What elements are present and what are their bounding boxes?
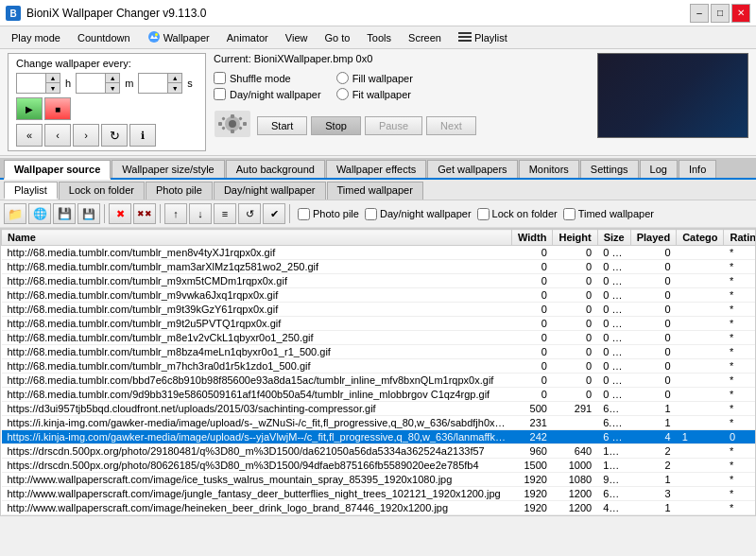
next-action-button[interactable]: Next <box>426 116 476 135</box>
seconds-input[interactable]: 2 <box>139 74 167 93</box>
move-down-button[interactable] <box>189 203 212 224</box>
table-row[interactable]: https://d3ui957tjb5bqd.cloudfront.net/up… <box>2 402 757 416</box>
tab-wallpaper-source[interactable]: Wallpaper source <box>4 160 111 180</box>
minutes-up-button[interactable]: ▲ <box>106 74 119 83</box>
timed-toolbar-checkbox[interactable] <box>563 208 576 220</box>
prev-prev-button[interactable]: « <box>16 124 43 147</box>
close-button[interactable]: ✕ <box>731 4 750 23</box>
refresh-button[interactable]: ↻ <box>101 124 128 147</box>
table-cell: 0 <box>553 303 597 317</box>
inner-tab-playlist[interactable]: Playlist <box>4 182 58 200</box>
minutes-input[interactable]: 1 <box>77 74 105 93</box>
stop-button[interactable]: ■ <box>44 97 71 120</box>
fit-wallpaper-radio[interactable] <box>336 88 349 100</box>
menu-play-mode[interactable]: Play mode <box>4 30 68 45</box>
sort-button[interactable] <box>214 203 236 224</box>
tab-auto-bg[interactable]: Auto background <box>226 160 325 178</box>
col-header-catego[interactable]: Catego <box>677 230 724 246</box>
table-row[interactable]: https://i.kinja-img.com/gawker-media/ima… <box>2 430 757 444</box>
minimize-button[interactable]: – <box>690 4 709 23</box>
col-header-rating[interactable]: Ratin ▲ <box>724 230 756 246</box>
menu-tools[interactable]: Tools <box>359 30 399 45</box>
check-button[interactable] <box>263 203 285 224</box>
start-button[interactable]: Start <box>257 116 307 135</box>
menu-view[interactable]: View <box>278 30 316 45</box>
minutes-spinner[interactable]: 1 ▲ ▼ <box>76 73 120 94</box>
next-button[interactable]: › <box>73 124 99 147</box>
inner-tab-timed[interactable]: Timed wallpaper <box>327 182 423 200</box>
hours-input[interactable]: 0 <box>17 74 45 93</box>
table-row[interactable]: https://drscdn.500px.org/photo/80626185/… <box>2 459 757 473</box>
table-row[interactable]: http://68.media.tumblr.com/tumblr_men8v4… <box>2 246 757 260</box>
playlist-table-container[interactable]: Name Width Height Size Played <box>0 228 756 516</box>
tab-get-wallpapers[interactable]: Get wallpapers <box>427 160 517 178</box>
minutes-down-button[interactable]: ▼ <box>106 83 119 93</box>
table-row[interactable]: http://68.media.tumblr.com/9d9bb319e5860… <box>2 388 757 402</box>
table-row[interactable]: http://www.wallpaperscraft.com/image/hei… <box>2 501 757 515</box>
shuffle-mode-checkbox[interactable] <box>214 72 226 84</box>
maximize-button[interactable]: □ <box>711 4 730 23</box>
seconds-spinner[interactable]: 2 ▲ ▼ <box>138 73 182 94</box>
folder-open-button[interactable] <box>4 203 26 224</box>
table-row[interactable]: http://68.media.tumblr.com/bbd7e6c8b910b… <box>2 374 757 388</box>
seconds-up-button[interactable]: ▲ <box>168 74 181 83</box>
toolbar-separator-2 <box>160 204 161 223</box>
hours-spinner[interactable]: 0 ▲ ▼ <box>16 73 60 94</box>
table-row[interactable]: https://i.kinja-img.com/gawker-media/ima… <box>2 416 757 430</box>
inner-tab-photo-pile[interactable]: Photo pile <box>146 182 213 200</box>
save2-button[interactable]: 💾 <box>77 203 100 224</box>
move-up-button[interactable] <box>164 203 187 224</box>
col-header-size[interactable]: Size <box>597 230 630 246</box>
photo-pile-toolbar-checkbox[interactable] <box>298 208 310 220</box>
tab-size-style[interactable]: Wallpaper size/style <box>112 160 224 178</box>
hours-up-button[interactable]: ▲ <box>46 74 60 83</box>
menu-screen[interactable]: Screen <box>401 30 449 45</box>
col-header-played[interactable]: Played <box>630 230 676 246</box>
save-button[interactable] <box>53 203 76 224</box>
day-night-toolbar-checkbox[interactable] <box>365 208 377 220</box>
table-row[interactable]: http://68.media.tumblr.com/tumblr_m7hch3… <box>2 359 757 374</box>
table-row[interactable]: https://drscdn.500px.org/photo/29180481/… <box>2 444 757 459</box>
col-header-name[interactable]: Name <box>2 230 512 246</box>
table-row[interactable]: http://www.wallpaperscraft.com/image/jun… <box>2 487 757 501</box>
table-cell: 0 <box>630 331 676 345</box>
menu-animator[interactable]: Animator <box>219 30 276 45</box>
table-row[interactable]: http://68.media.tumblr.com/tumblr_m9xm5t… <box>2 274 757 288</box>
stop-action-button[interactable]: Stop <box>311 116 361 135</box>
table-row[interactable]: http://68.media.tumblr.com/tumblr_m9t2u5… <box>2 317 757 331</box>
seconds-down-button[interactable]: ▼ <box>168 83 181 93</box>
delete-all-button[interactable]: ✖✖ <box>133 203 156 224</box>
pause-button[interactable]: Pause <box>365 116 422 135</box>
delete-button[interactable]: ✖ <box>109 203 131 224</box>
table-row[interactable]: http://68.media.tumblr.com/tumblr_mam3ar… <box>2 260 757 274</box>
tab-monitors[interactable]: Monitors <box>519 160 579 178</box>
col-header-height[interactable]: Height <box>553 230 597 246</box>
lock-folder-toolbar-checkbox[interactable] <box>477 208 490 220</box>
day-night-checkbox[interactable] <box>214 88 226 100</box>
menu-wallpaper[interactable]: Wallpaper <box>140 28 217 47</box>
menu-countdown[interactable]: Countdown <box>70 30 138 45</box>
info-button[interactable]: ℹ <box>129 124 156 147</box>
tab-log[interactable]: Log <box>640 160 678 178</box>
prev-button[interactable]: ‹ <box>44 124 71 147</box>
inner-tab-day-night[interactable]: Day/night wallpaper <box>214 182 326 200</box>
table-row[interactable]: http://68.media.tumblr.com/tumblr_m8bza4… <box>2 345 757 359</box>
hours-label: h <box>65 78 71 89</box>
add-url-button[interactable] <box>28 203 51 224</box>
inner-tab-lock-folder[interactable]: Lock on folder <box>59 182 145 200</box>
tab-effects[interactable]: Wallpaper effects <box>326 160 426 178</box>
fill-wallpaper-radio[interactable] <box>336 72 349 84</box>
menu-playlist[interactable]: Playlist <box>451 29 515 46</box>
table-row[interactable]: http://68.media.tumblr.com/tumblr_m9vwka… <box>2 288 757 303</box>
col-header-width[interactable]: Width <box>512 230 553 246</box>
tab-info[interactable]: Info <box>679 160 716 178</box>
table-row[interactable]: http://68.media.tumblr.com/tumblr_m9t39k… <box>2 303 757 317</box>
hours-down-button[interactable]: ▼ <box>46 83 60 93</box>
menu-goto[interactable]: Go to <box>317 30 357 45</box>
refresh2-button[interactable] <box>238 203 261 224</box>
table-row[interactable]: http://68.media.tumblr.com/tumblr_m8e1v2… <box>2 331 757 345</box>
table-row[interactable]: http://www.wallpaperscraft.com/image/ice… <box>2 473 757 487</box>
table-cell: * <box>724 402 756 416</box>
tab-settings[interactable]: Settings <box>580 160 639 178</box>
play-button[interactable]: ▶ <box>16 97 43 120</box>
